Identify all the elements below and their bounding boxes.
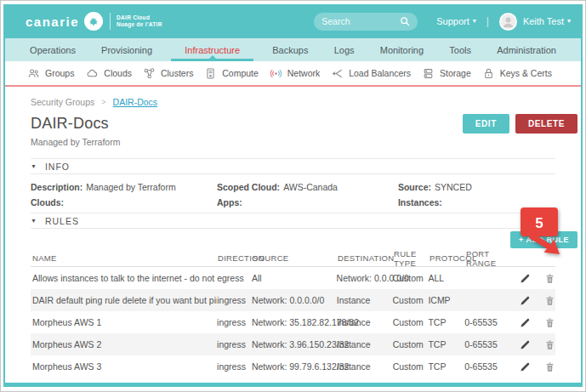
title-row: DAIR-Docs EDIT DELETE bbox=[31, 114, 555, 134]
avatar[interactable] bbox=[499, 13, 517, 31]
edit-rule-icon[interactable] bbox=[520, 295, 531, 306]
tab-administration[interactable]: Administration bbox=[490, 38, 563, 61]
delete-rule-icon[interactable] bbox=[544, 273, 555, 284]
rule-protocol: ICMP bbox=[428, 295, 464, 305]
field-value: Managed by Terraform bbox=[86, 182, 175, 192]
subnav-label: Groups bbox=[45, 68, 74, 78]
user-menu[interactable]: Keith Test ▾ bbox=[523, 16, 571, 26]
collapse-triangle-icon: ▼ bbox=[31, 218, 37, 224]
column-header-name: NAME bbox=[31, 253, 218, 263]
chevron-down-icon: ▾ bbox=[473, 18, 476, 25]
main-nav: Operations Provisioning Infrastructure B… bbox=[5, 38, 581, 61]
load-balancers-icon bbox=[331, 67, 344, 80]
subnav-label: Load Balancers bbox=[349, 68, 411, 78]
info-apps: Apps: bbox=[217, 195, 398, 210]
info-fields: Description:Managed by Terraform Scoped … bbox=[31, 174, 555, 213]
breadcrumb-security-groups[interactable]: Security Groups bbox=[31, 97, 94, 107]
add-rule-row: + ADD RULE bbox=[31, 229, 577, 250]
tab-infrastructure-label: Infrastructure bbox=[185, 45, 240, 55]
search-box[interactable] bbox=[314, 13, 418, 31]
column-header-rule-type: RULE TYPE bbox=[394, 249, 430, 268]
delete-rule-icon[interactable] bbox=[544, 339, 555, 350]
tab-infrastructure[interactable]: Infrastructure bbox=[171, 38, 253, 61]
subnav-item-clusters[interactable]: Clusters bbox=[143, 67, 194, 80]
groups-icon bbox=[27, 67, 40, 80]
breadcrumb-dair-docs[interactable]: DAIR-Docs bbox=[113, 97, 158, 107]
subnav-item-groups[interactable]: Groups bbox=[27, 67, 74, 80]
field-value: AWS-Canada bbox=[283, 182, 338, 192]
support-menu[interactable]: Support ▾ bbox=[436, 16, 476, 26]
rule-destination: Instance bbox=[337, 295, 393, 305]
subnav-item-compute[interactable]: Compute bbox=[204, 67, 259, 80]
app-window: canarie DAIR Cloud Nuage de l'ATIR Suppo… bbox=[0, 0, 586, 392]
edit-rule-icon[interactable] bbox=[520, 361, 531, 372]
edit-rule-icon[interactable] bbox=[520, 317, 531, 328]
rule-direction: ingress bbox=[217, 361, 252, 372]
keys-certs-icon bbox=[482, 67, 495, 80]
info-source: Source:SYNCED bbox=[398, 179, 555, 195]
rule-source: Network: 3.96.150.23/32 bbox=[252, 339, 337, 349]
edit-rule-icon[interactable] bbox=[520, 273, 531, 284]
table-row: Allows instances to talk to the internet… bbox=[31, 267, 555, 289]
delete-button[interactable]: DELETE bbox=[515, 114, 577, 134]
info-section-label: INFO bbox=[45, 162, 70, 172]
tab-monitoring[interactable]: Monitoring bbox=[373, 38, 430, 61]
tab-backups[interactable]: Backups bbox=[265, 38, 315, 61]
subnav-item-storage[interactable]: Storage bbox=[422, 67, 471, 80]
field-label: Apps: bbox=[217, 197, 242, 207]
tab-provisioning[interactable]: Provisioning bbox=[94, 38, 159, 61]
search-icon bbox=[400, 16, 410, 26]
edit-rule-icon[interactable] bbox=[520, 339, 531, 350]
subnav-item-clouds[interactable]: Clouds bbox=[85, 67, 132, 80]
info-section-header[interactable]: ▼ INFO bbox=[31, 159, 555, 173]
rule-name: Morpheus AWS 3 bbox=[31, 361, 217, 372]
clouds-icon bbox=[85, 67, 99, 80]
tab-operations[interactable]: Operations bbox=[23, 38, 82, 61]
column-header-direction: DIRECTION bbox=[218, 253, 253, 263]
rules-section-label: RULES bbox=[45, 216, 79, 226]
canarie-logo: canarie bbox=[26, 14, 79, 29]
field-label: Description: bbox=[31, 182, 82, 192]
storage-icon bbox=[422, 67, 435, 80]
subnav-item-load-balancers[interactable]: Load Balancers bbox=[331, 67, 411, 80]
info-clouds: Clouds: bbox=[31, 195, 217, 210]
delete-rule-icon[interactable] bbox=[544, 361, 555, 372]
edit-button[interactable]: EDIT bbox=[463, 114, 509, 134]
search-input[interactable] bbox=[321, 16, 393, 26]
rule-type: Custom bbox=[393, 317, 429, 327]
maple-leaf-icon bbox=[84, 12, 103, 31]
breadcrumb: Security Groups > DAIR-Docs bbox=[31, 97, 555, 107]
rule-direction: egress bbox=[217, 273, 252, 283]
delete-rule-icon[interactable] bbox=[544, 295, 555, 306]
subnav-item-keys-certs[interactable]: Keys & Certs bbox=[482, 67, 552, 80]
table-row: DAIR default ping rule delete if you wan… bbox=[31, 289, 555, 311]
logo-subtitle: DAIR Cloud Nuage de l'ATIR bbox=[117, 14, 162, 28]
table-row: Morpheus AWS 2 ingress Network: 3.96.150… bbox=[31, 333, 555, 355]
rule-type: Custom bbox=[393, 339, 429, 349]
rule-type: Custom bbox=[393, 273, 429, 283]
top-header: canarie DAIR Cloud Nuage de l'ATIR Suppo… bbox=[5, 4, 581, 38]
tab-tools[interactable]: Tools bbox=[442, 38, 478, 61]
delete-rule-icon[interactable] bbox=[544, 317, 555, 328]
active-tab-caret bbox=[209, 55, 216, 59]
rule-type: Custom bbox=[393, 361, 429, 372]
add-rule-button[interactable]: + ADD RULE bbox=[510, 231, 577, 248]
rule-source: Network: 35.182.82.178/32 bbox=[252, 317, 337, 327]
rule-name: DAIR default ping rule delete if you wan… bbox=[31, 295, 217, 305]
rules-section-header[interactable]: ▼ RULES bbox=[31, 213, 555, 228]
field-label: Clouds: bbox=[31, 197, 64, 207]
rule-destination: Instance bbox=[337, 317, 393, 327]
app-frame: canarie DAIR Cloud Nuage de l'ATIR Suppo… bbox=[3, 4, 583, 387]
field-label: Source: bbox=[398, 182, 431, 192]
subnav-item-network[interactable]: Network bbox=[270, 67, 321, 80]
logo-subtitle-line1: DAIR Cloud bbox=[117, 14, 150, 20]
page-content: Security Groups > DAIR-Docs DAIR-Docs ED… bbox=[5, 87, 581, 383]
rule-port-range: 0-65535 bbox=[464, 361, 518, 372]
info-scoped-cloud: Scoped Cloud:AWS-Canada bbox=[217, 179, 398, 195]
rule-name: Morpheus AWS 2 bbox=[31, 339, 217, 349]
subnav-label: Clusters bbox=[161, 68, 194, 78]
rule-source: All bbox=[252, 273, 337, 283]
field-label: Instances: bbox=[398, 197, 442, 207]
column-header-destination: DESTINATION bbox=[338, 253, 394, 263]
tab-logs[interactable]: Logs bbox=[327, 38, 361, 61]
